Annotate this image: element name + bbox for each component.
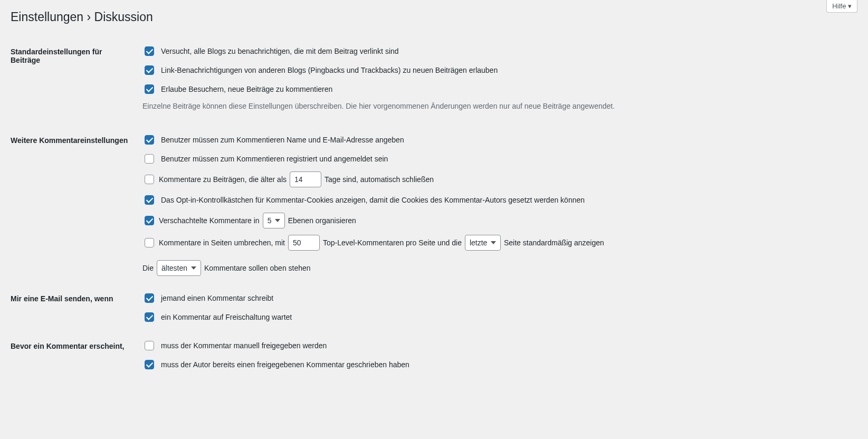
close-comments-checkbox[interactable] [145, 175, 154, 184]
cookies-optin-checkbox[interactable] [145, 195, 154, 205]
default-page-select[interactable]: letzte [465, 235, 501, 251]
thread-after: Ebenen organisieren [288, 216, 356, 225]
close-comments-days-input[interactable] [290, 171, 321, 187]
thread-before: Verschachtelte Kommentare in [159, 216, 260, 225]
page-mid: Top-Level-Kommentaren pro Seite und die [323, 238, 462, 247]
comment-registration-label: Benutzer müssen zum Kommentieren registr… [161, 155, 388, 163]
page-title: Einstellungen › Diskussion [11, 5, 857, 26]
require-name-email-checkbox[interactable] [145, 135, 154, 145]
pingback-flag-row[interactable]: Versucht, alle Blogs zu benachrichtigen,… [142, 45, 399, 58]
order-after: Kommentare sollen oben stehen [204, 264, 311, 272]
close-comments-after: Tage sind, automatisch schließen [325, 175, 434, 184]
previously-approved-row[interactable]: muss der Autor bereits einen freigegeben… [142, 358, 409, 371]
manual-approve-row[interactable]: muss der Kommentar manuell freigegeben w… [142, 339, 327, 352]
close-comments-before: Kommentare zu Beiträgen, die älter als [159, 175, 287, 184]
email-new-comment-checkbox[interactable] [145, 293, 154, 303]
section-heading-email: Mir eine E-Mail senden, wenn [11, 284, 137, 331]
comment-status-label: Erlaube Besuchern, neue Beiträge zu komm… [161, 85, 332, 93]
defaults-description: Einzelne Beiträge können diese Einstellu… [142, 102, 852, 110]
email-moderation-label: ein Kommentar auf Freischaltung wartet [161, 313, 292, 321]
ping-status-row[interactable]: Link-Benachrichtigungen von anderen Blog… [142, 64, 498, 77]
cookies-optin-label: Das Opt-in-Kontrollkästchen für Kommenta… [161, 196, 585, 204]
require-name-email-label: Benutzer müssen zum Kommentieren Name un… [161, 136, 404, 144]
comment-status-row[interactable]: Erlaube Besuchern, neue Beiträge zu komm… [142, 83, 332, 96]
email-moderation-checkbox[interactable] [145, 312, 154, 322]
page-after: Seite standardmäßig anzeigen [504, 238, 604, 247]
comment-registration-checkbox[interactable] [145, 154, 154, 164]
help-tab-label: Hilfe [832, 2, 846, 10]
settings-table: Standardeinstellungen für Beiträge Versu… [11, 37, 857, 379]
require-name-email-row[interactable]: Benutzer müssen zum Kommentieren Name un… [142, 133, 404, 146]
email-moderation-row[interactable]: ein Kommentar auf Freischaltung wartet [142, 311, 292, 323]
email-new-comment-row[interactable]: jemand einen Kommentar schreibt [142, 292, 273, 304]
comment-registration-row[interactable]: Benutzer müssen zum Kommentieren registr… [142, 152, 388, 165]
previously-approved-label: muss der Autor bereits einen freigegeben… [161, 360, 409, 369]
help-tab[interactable]: Hilfe ▾ [826, 0, 857, 13]
ping-status-label: Link-Benachrichtigungen von anderen Blog… [161, 66, 498, 74]
comment-status-checkbox[interactable] [145, 84, 154, 94]
cookies-optin-row[interactable]: Das Opt-in-Kontrollkästchen für Kommenta… [142, 194, 585, 206]
order-before: Die [142, 264, 154, 272]
chevron-down-icon: ▾ [848, 2, 852, 10]
section-heading-defaults: Standardeinstellungen für Beiträge [11, 37, 137, 126]
email-new-comment-label: jemand einen Kommentar schreibt [161, 294, 273, 302]
section-heading-other: Weitere Kommentareinstellungen [11, 126, 137, 284]
pingback-flag-checkbox[interactable] [145, 46, 154, 56]
page-comments-checkbox[interactable] [145, 238, 154, 247]
ping-status-checkbox[interactable] [145, 65, 154, 75]
thread-depth-select[interactable]: 5 [263, 213, 285, 228]
manual-approve-checkbox[interactable] [145, 341, 154, 350]
pingback-flag-label: Versucht, alle Blogs zu benachrichtigen,… [161, 47, 399, 55]
comment-order-select[interactable]: ältesten [157, 260, 201, 276]
thread-comments-checkbox[interactable] [145, 216, 154, 225]
manual-approve-label: muss der Kommentar manuell freigegeben w… [161, 341, 327, 350]
page-before: Kommentare in Seiten umbrechen, mit [159, 238, 285, 247]
previously-approved-checkbox[interactable] [145, 360, 154, 369]
comments-per-page-input[interactable] [288, 235, 320, 251]
section-heading-before: Bevor ein Kommentar erscheint, [11, 331, 137, 379]
